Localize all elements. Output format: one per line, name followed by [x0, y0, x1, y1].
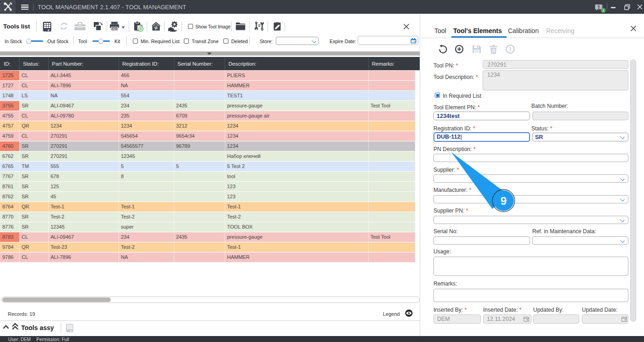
svg-text:1: 1: [602, 8, 604, 12]
svg-text:9: 9: [501, 195, 507, 207]
svg-text:x: x: [70, 329, 72, 332]
